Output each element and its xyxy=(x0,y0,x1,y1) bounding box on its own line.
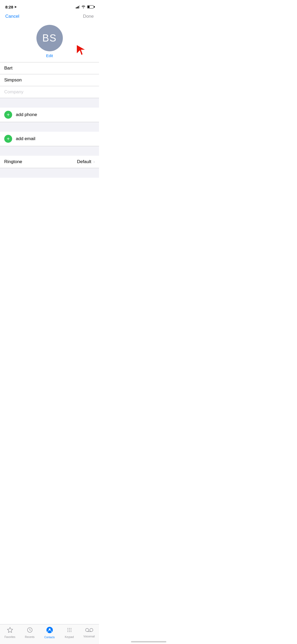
first-name-input[interactable] xyxy=(4,66,95,71)
ringtone-label: Ringtone xyxy=(4,159,22,164)
done-button[interactable]: Done xyxy=(83,14,94,19)
signal-bars-icon xyxy=(76,5,80,8)
company-input[interactable] xyxy=(4,89,95,95)
avatar-edit-button[interactable]: Edit xyxy=(46,53,53,58)
ringtone-value: Default xyxy=(77,159,91,164)
form-fields xyxy=(0,62,99,98)
avatar[interactable]: BS xyxy=(36,25,63,51)
svg-marker-0 xyxy=(77,45,86,55)
add-email-label: add email xyxy=(16,136,35,141)
chevron-right-icon: › xyxy=(93,159,95,164)
add-phone-label: add phone xyxy=(16,112,37,117)
nav-bar: Cancel Done xyxy=(0,12,99,22)
status-bar: 8:28 ➤ xyxy=(0,0,99,12)
ringtone-row[interactable]: Ringtone Default › xyxy=(0,156,99,168)
add-phone-row[interactable]: + add phone xyxy=(0,108,99,122)
add-phone-icon: + xyxy=(4,111,12,119)
spacer-3 xyxy=(0,146,99,156)
avatar-section: BS Edit xyxy=(0,22,99,62)
first-name-field[interactable] xyxy=(0,62,99,74)
add-email-row[interactable]: + add email xyxy=(0,132,99,146)
status-icons xyxy=(76,5,94,9)
location-icon: ➤ xyxy=(14,5,17,9)
battery-icon xyxy=(87,5,94,8)
company-field[interactable] xyxy=(0,86,99,98)
status-time: 8:28 ➤ xyxy=(5,5,17,9)
spacer-1 xyxy=(0,98,99,108)
spacer-4 xyxy=(0,168,99,178)
last-name-field[interactable] xyxy=(0,74,99,86)
wifi-icon xyxy=(81,5,86,9)
ringtone-right: Default › xyxy=(77,159,95,164)
last-name-input[interactable] xyxy=(4,77,95,83)
avatar-initials: BS xyxy=(42,33,57,44)
cancel-button[interactable]: Cancel xyxy=(5,14,19,19)
spacer-2 xyxy=(0,122,99,132)
add-email-icon: + xyxy=(4,135,12,143)
